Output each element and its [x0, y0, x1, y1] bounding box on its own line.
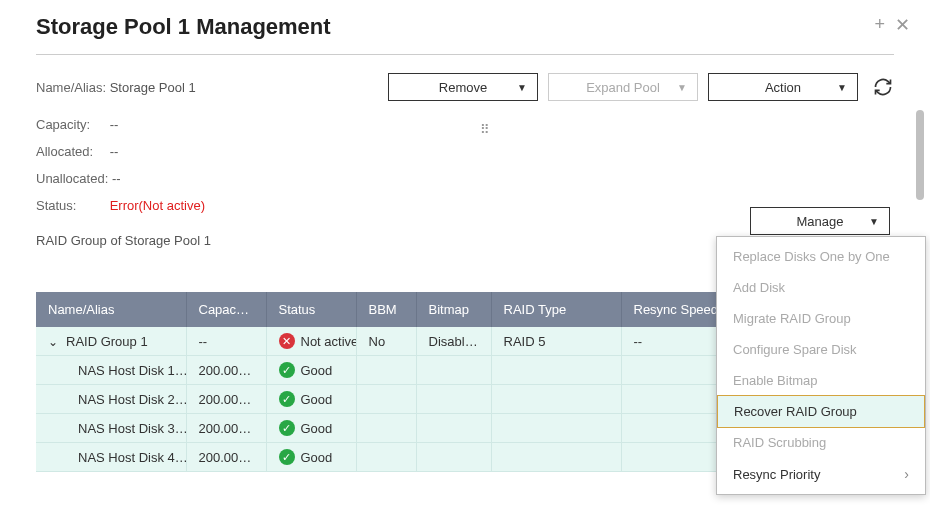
menu-item-label: Add Disk: [733, 280, 785, 295]
row-bitmap: [416, 356, 491, 385]
row-capacity: 200.00 GB…: [186, 385, 266, 414]
chevron-down-icon[interactable]: ⌄: [48, 335, 60, 349]
row-name: NAS Host Disk 2: [48, 392, 175, 407]
row-status: Not active: [301, 334, 357, 349]
capacity-value: --: [110, 117, 119, 132]
row-bbm: [356, 443, 416, 472]
check-icon: ✓: [279, 449, 295, 465]
col-header-status[interactable]: Status: [266, 292, 356, 327]
close-icon[interactable]: ✕: [895, 14, 910, 36]
manage-button[interactable]: Manage ▼: [750, 207, 890, 235]
row-bbm: No: [356, 327, 416, 356]
row-status: Good: [301, 421, 333, 436]
row-name: NAS Host Disk 3: [48, 421, 175, 436]
unallocated-label: Unallocated:: [36, 171, 108, 186]
caret-down-icon: ▼: [517, 82, 527, 93]
row-bitmap: [416, 414, 491, 443]
caret-down-icon: ▼: [677, 82, 687, 93]
row-bitmap: Disabled: [416, 327, 491, 356]
menu-item-label: Enable Bitmap: [733, 373, 818, 388]
menu-item-label: Recover RAID Group: [734, 404, 857, 419]
row-name: NAS Host Disk 1: [48, 363, 175, 378]
name-alias-value: Storage Pool 1: [110, 80, 196, 95]
row-raid-type: [491, 414, 621, 443]
page-title: Storage Pool 1 Management: [36, 14, 331, 40]
row-bbm: [356, 414, 416, 443]
status-label: Status:: [36, 198, 106, 213]
col-header-capacity[interactable]: Capac…: [186, 292, 266, 327]
menu-item-label: Migrate RAID Group: [733, 311, 851, 326]
row-status: Good: [301, 363, 333, 378]
row-bitmap: [416, 385, 491, 414]
check-icon: ✓: [279, 420, 295, 436]
menu-item-enable-bitmap: Enable Bitmap: [717, 365, 925, 396]
status-value: Error(Not active): [110, 198, 205, 213]
col-header-bitmap[interactable]: Bitmap: [416, 292, 491, 327]
unallocated-value: --: [112, 171, 121, 186]
check-icon: ✓: [279, 362, 295, 378]
row-status: Good: [301, 392, 333, 407]
row-name: RAID Group 1: [66, 334, 148, 349]
remove-button-label: Remove: [439, 80, 487, 95]
menu-item-label: Replace Disks One by One: [733, 249, 890, 264]
row-name: NAS Host Disk 4: [48, 450, 175, 465]
row-status: Good: [301, 450, 333, 465]
refresh-icon[interactable]: [872, 76, 894, 98]
menu-item-add-disk: Add Disk: [717, 272, 925, 303]
menu-item-migrate-raid-group: Migrate RAID Group: [717, 303, 925, 334]
row-bitmap: [416, 443, 491, 472]
row-raid-type: [491, 443, 621, 472]
row-capacity: 200.00 GB…: [186, 443, 266, 472]
menu-item-replace-disks-one-by-one: Replace Disks One by One: [717, 241, 925, 272]
row-bbm: [356, 356, 416, 385]
check-icon: ✓: [279, 391, 295, 407]
menu-item-recover-raid-group[interactable]: Recover RAID Group: [717, 395, 925, 428]
caret-down-icon: ▼: [869, 216, 879, 227]
allocated-label: Allocated:: [36, 144, 106, 159]
name-alias-label: Name/Alias:: [36, 80, 106, 95]
capacity-label: Capacity:: [36, 117, 106, 132]
row-raid-type: [491, 356, 621, 385]
remove-button[interactable]: Remove ▼: [388, 73, 538, 101]
menu-item-label: Configure Spare Disk: [733, 342, 857, 357]
row-raid-type: RAID 5: [491, 327, 621, 356]
menu-item-label: RAID Scrubbing: [733, 435, 826, 450]
action-button-label: Action: [765, 80, 801, 95]
manage-button-label: Manage: [797, 214, 844, 229]
error-icon: ✕: [279, 333, 295, 349]
action-button[interactable]: Action ▼: [708, 73, 858, 101]
menu-item-resync-priority[interactable]: Resync Priority›: [717, 458, 925, 490]
add-icon[interactable]: +: [874, 14, 885, 36]
col-header-name[interactable]: Name/Alias: [36, 292, 186, 327]
vertical-scrollbar[interactable]: [916, 110, 924, 200]
row-raid-type: [491, 385, 621, 414]
name-alias: Name/Alias: Storage Pool 1: [36, 80, 378, 95]
menu-item-configure-spare-disk: Configure Spare Disk: [717, 334, 925, 365]
row-capacity: 200.00 GB…: [186, 356, 266, 385]
menu-item-raid-scrubbing: RAID Scrubbing: [717, 427, 925, 458]
col-header-raid-type[interactable]: RAID Type: [491, 292, 621, 327]
allocated-value: --: [110, 144, 119, 159]
row-capacity: 200.00 GB…: [186, 414, 266, 443]
row-bbm: [356, 385, 416, 414]
expand-pool-label: Expand Pool: [586, 80, 660, 95]
caret-down-icon: ▼: [837, 82, 847, 93]
manage-dropdown: Replace Disks One by OneAdd DiskMigrate …: [716, 236, 926, 495]
expand-pool-button: Expand Pool ▼: [548, 73, 698, 101]
menu-item-label: Resync Priority: [733, 467, 820, 482]
row-capacity: --: [186, 327, 266, 356]
loading-indicator: ⠿: [480, 122, 491, 137]
chevron-right-icon: ›: [904, 466, 909, 482]
col-header-bbm[interactable]: BBM: [356, 292, 416, 327]
